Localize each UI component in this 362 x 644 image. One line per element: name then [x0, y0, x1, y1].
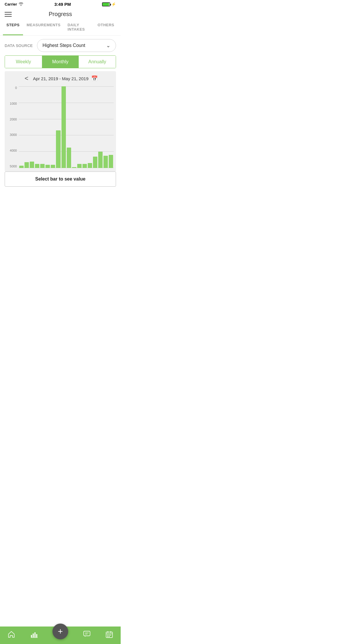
tab-steps[interactable]: STEPS	[3, 20, 23, 35]
bar-11[interactable]	[77, 164, 82, 168]
select-bar-text: Select bar to see value	[35, 176, 86, 181]
data-source-label: DATA SOURCE	[5, 43, 33, 48]
carrier-text: Carrier	[5, 2, 17, 6]
y-label-3000: 3000	[7, 133, 17, 136]
bar-8[interactable]	[61, 86, 66, 168]
bars-area	[19, 86, 114, 168]
bar-6[interactable]	[51, 165, 55, 168]
data-source-dropdown[interactable]: Highest Steps Count ⌄	[37, 39, 116, 52]
data-source-selected: Highest Steps Count	[43, 43, 85, 48]
bar-16[interactable]	[103, 156, 108, 168]
status-left: Carrier	[5, 2, 23, 7]
period-annually[interactable]: Annually	[79, 56, 116, 68]
data-source-row: DATA SOURCE Highest Steps Count ⌄	[0, 36, 121, 55]
y-axis: 5000 4000 3000 2000 1000 0	[7, 86, 19, 168]
bar-15[interactable]	[98, 152, 103, 168]
calendar-icon[interactable]: 📅	[91, 75, 98, 82]
y-label-5000: 5000	[7, 165, 17, 168]
tabs-container: STEPS MEASUREMENTS DAILY INTAKES OTHERS	[0, 20, 121, 36]
bar-7[interactable]	[56, 130, 60, 168]
page-title: Progress	[49, 11, 72, 18]
bars-group	[19, 86, 114, 168]
select-bar-box: Select bar to see value	[5, 172, 116, 187]
period-weekly[interactable]: Weekly	[5, 56, 42, 68]
chart-container: < Apr 21, 2019 - May 21, 2019 📅 5000 400…	[5, 71, 116, 172]
tab-others[interactable]: OTHERS	[94, 20, 118, 35]
period-monthly[interactable]: Monthly	[42, 56, 79, 68]
bar-17[interactable]	[109, 155, 113, 168]
menu-button[interactable]	[5, 12, 12, 17]
battery-icon	[102, 2, 110, 6]
bar-2[interactable]	[30, 162, 34, 168]
chart-inner: 5000 4000 3000 2000 1000 0	[7, 86, 114, 168]
status-time: 3:49 PM	[54, 2, 71, 7]
bar-4[interactable]	[40, 164, 45, 168]
bar-13[interactable]	[88, 163, 92, 168]
wifi-icon	[19, 2, 23, 7]
chart-prev-button[interactable]: <	[23, 75, 30, 82]
bar-5[interactable]	[45, 165, 50, 168]
y-label-2000: 2000	[7, 118, 17, 121]
bar-3[interactable]	[35, 164, 39, 168]
status-right: ⚡	[102, 2, 116, 6]
chart-date-range: Apr 21, 2019 - May 21, 2019	[33, 76, 88, 81]
period-toggle: Weekly Monthly Annually	[5, 55, 116, 68]
bar-9[interactable]	[67, 148, 71, 168]
y-label-1000: 1000	[7, 102, 17, 105]
header: Progress	[0, 8, 121, 20]
y-label-0: 0	[7, 86, 17, 90]
lightning-icon: ⚡	[111, 2, 116, 6]
status-bar: Carrier 3:49 PM ⚡	[0, 0, 121, 8]
bar-1[interactable]	[24, 162, 29, 168]
chevron-down-icon: ⌄	[106, 42, 110, 49]
bar-0[interactable]	[19, 166, 24, 168]
bar-10[interactable]	[72, 167, 76, 168]
bar-12[interactable]	[82, 164, 87, 168]
tab-daily-intakes[interactable]: DAILY INTAKES	[64, 20, 94, 35]
bar-14[interactable]	[93, 157, 97, 168]
chart-header: < Apr 21, 2019 - May 21, 2019 📅	[7, 75, 114, 82]
y-label-4000: 4000	[7, 149, 17, 152]
tabs: STEPS MEASUREMENTS DAILY INTAKES OTHERS	[3, 20, 118, 35]
tab-measurements[interactable]: MEASUREMENTS	[23, 20, 64, 35]
